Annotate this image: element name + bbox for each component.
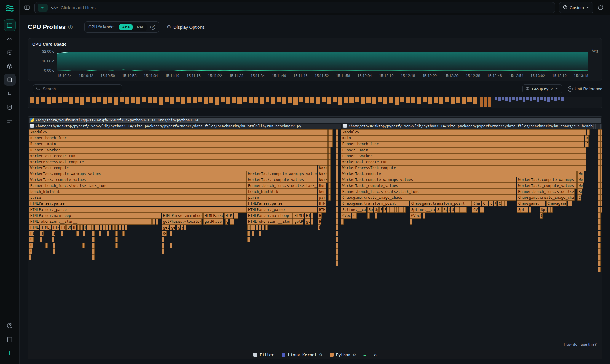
flamegraph-minimap[interactable] [28, 97, 602, 108]
flame-frame[interactable] [336, 165, 338, 171]
flame-frame[interactable] [253, 225, 255, 230]
flame-frame[interactable] [336, 159, 338, 165]
flame-frame[interactable]: ma [585, 135, 589, 141]
flame-frame[interactable] [336, 231, 338, 236]
flame-frame[interactable] [600, 135, 602, 141]
flame-frame[interactable]: Sp [436, 207, 441, 213]
sidebar-item-profiles[interactable] [4, 74, 16, 86]
flame-frame[interactable]: Work [318, 171, 328, 177]
flame-frame[interactable] [598, 219, 601, 225]
flame-frame[interactable]: GV [472, 207, 478, 213]
refresh-icon[interactable] [598, 5, 603, 11]
flame-frame[interactable] [336, 147, 338, 153]
flame-frame[interactable] [410, 219, 412, 225]
flame-frame[interactable]: Ch [577, 195, 581, 201]
flame-frame[interactable]: HTM [318, 201, 326, 206]
flame-frame[interactable]: HTMLParser.mainLoop [29, 213, 161, 219]
flame-frame[interactable]: WorkerTask.create_run [29, 153, 328, 159]
flame-frame[interactable]: ben [318, 189, 326, 195]
flame-frame[interactable] [394, 207, 397, 213]
flame-frame[interactable]: getPl [293, 219, 303, 225]
flame-frame[interactable]: Runner.bench_func.<locals>.task_func [341, 189, 516, 195]
flame-frame[interactable] [392, 207, 394, 213]
flame-frame[interactable]: H1 [29, 231, 34, 236]
flame-frame[interactable] [336, 177, 338, 183]
cpu-usage-chart[interactable]: Avg [57, 49, 588, 71]
flame-frame[interactable] [336, 207, 338, 213]
flame-frame[interactable]: HTMLTokenizer.__iter__ [29, 219, 152, 225]
flame-frame[interactable]: Ch [585, 141, 589, 147]
flame-frame[interactable]: Runner.bench_func.<locals>. [517, 189, 574, 195]
flame-frame[interactable] [600, 159, 602, 165]
flame-frame[interactable] [598, 267, 601, 272]
flame-frame[interactable] [336, 189, 338, 195]
flame-frame[interactable] [336, 225, 338, 230]
flame-frame[interactable] [122, 225, 124, 230]
flame-frame[interactable] [336, 153, 338, 159]
flame-frame[interactable]: HTMLParser [203, 213, 223, 219]
flame-frame[interactable]: HTI [72, 225, 76, 230]
flame-frame[interactable] [115, 231, 118, 236]
flame-frame[interactable]: F [84, 225, 86, 230]
flame-frame[interactable]: WorkerTask._compute_values [29, 177, 247, 183]
flame-frame[interactable]: bench_html5lib [247, 189, 317, 195]
cpu-mode-abs[interactable]: Abs [119, 24, 133, 30]
sidebar-item-overview[interactable] [4, 33, 16, 45]
flame-frame[interactable] [330, 141, 333, 147]
flame-frame[interactable] [92, 243, 95, 248]
time-range-button[interactable]: Custom [559, 2, 593, 13]
flame-frame[interactable]: Spl [540, 207, 547, 213]
flame-frame[interactable] [115, 237, 118, 242]
flame-frame[interactable]: getPhases.<locals> [162, 219, 202, 225]
flame-frame[interactable]: Runner._worker [341, 153, 586, 159]
flame-frame[interactable]: C [498, 201, 502, 206]
flame-frame[interactable] [336, 260, 338, 266]
flame-frame[interactable]: HTMLParser._parse [247, 207, 317, 213]
flame-frame[interactable] [259, 225, 261, 230]
flame-frame[interactable] [99, 231, 101, 236]
flame-frame[interactable]: G [540, 213, 543, 219]
flame-frame[interactable] [387, 207, 389, 213]
code-mode-icon[interactable]: </> [51, 5, 58, 10]
flame-frame[interactable]: ge [162, 231, 167, 236]
flame-frame[interactable]: Runner._main [341, 147, 586, 153]
sidebar-item-projects[interactable] [4, 19, 16, 31]
flame-frame[interactable] [162, 243, 164, 248]
flame-frame[interactable]: WorkerTask.compute_warmups_values [341, 177, 516, 183]
flame-frame[interactable]: Wo [577, 183, 583, 189]
flame-frame[interactable] [336, 129, 338, 135]
flame-frame[interactable] [598, 237, 601, 242]
flame-frame[interactable]: H1 [318, 213, 322, 219]
flame-frame[interactable] [600, 124, 602, 129]
flame-frame[interactable] [600, 195, 602, 201]
flame-frame[interactable]: H1 [29, 237, 34, 242]
flame-frame[interactable] [529, 207, 531, 213]
flame-frame[interactable]: HTMLParser.mainLoop [247, 213, 292, 219]
flame-frame[interactable]: WorkerProcessTask.compute [341, 165, 586, 171]
flame-frame[interactable] [230, 219, 232, 225]
flame-frame[interactable] [459, 207, 462, 213]
flame-frame[interactable] [336, 195, 338, 201]
flame-frame[interactable] [330, 135, 333, 141]
flame-frame[interactable] [341, 219, 344, 225]
flame-frame[interactable] [170, 231, 172, 236]
flame-frame[interactable] [328, 159, 331, 165]
flame-frame[interactable]: WorkerTask.create_run [341, 159, 586, 165]
flame-frame[interactable]: Wo [577, 177, 585, 183]
sidebar-toggle-icon[interactable] [24, 4, 30, 11]
flame-frame[interactable] [45, 243, 48, 248]
flame-frame[interactable] [328, 177, 331, 183]
flame-frame[interactable] [125, 225, 127, 230]
group-by-button[interactable]: Group by 2 [522, 84, 562, 93]
legend-item[interactable]: Python⚙ [330, 352, 356, 357]
flame-frame[interactable] [336, 237, 338, 242]
flame-frame[interactable]: C [494, 201, 497, 206]
flame-frame[interactable]: HTML_ [40, 225, 51, 230]
flame-frame[interactable] [103, 225, 106, 230]
flame-frame[interactable]: Ru [577, 189, 582, 195]
flame-frame[interactable] [256, 225, 258, 230]
flame-frame[interactable]: HTP [60, 225, 66, 230]
sidebar-item-processes[interactable] [4, 87, 16, 99]
flame-frame[interactable] [600, 165, 602, 171]
flame-frame[interactable]: GVect [410, 213, 421, 219]
